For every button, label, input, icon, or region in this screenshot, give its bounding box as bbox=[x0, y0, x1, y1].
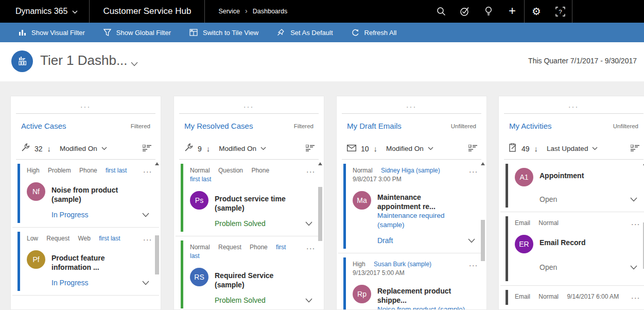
sort-descending-icon[interactable]: ↓ bbox=[206, 144, 211, 153]
stream-view-selector-icon[interactable] bbox=[631, 144, 639, 153]
stream-title[interactable]: Active Cases bbox=[21, 122, 66, 130]
show-visual-filter-button[interactable]: Show Visual Filter bbox=[9, 23, 94, 42]
card-title[interactable]: Required Service (sample) bbox=[215, 268, 303, 289]
card-more-icon[interactable]: ... bbox=[631, 292, 640, 300]
card-expand-chevron-icon[interactable] bbox=[468, 236, 475, 245]
stream-title[interactable]: My Draft Emails bbox=[347, 122, 402, 130]
dashboard-selector-chevron-icon[interactable] bbox=[131, 59, 138, 68]
card-more-icon[interactable]: ... bbox=[306, 243, 316, 250]
card-expand-chevron-icon[interactable] bbox=[630, 195, 637, 204]
card-more-icon[interactable]: ... bbox=[306, 166, 316, 174]
regarding-link[interactable]: Maintenance required (sample) bbox=[377, 211, 466, 230]
case-card[interactable]: Normal Request Phone first last ... RS R… bbox=[174, 236, 324, 310]
customer-link[interactable]: first last bbox=[190, 175, 297, 184]
card-expand-chevron-icon[interactable] bbox=[305, 296, 312, 305]
quick-create-icon[interactable]: + bbox=[500, 0, 524, 22]
case-card[interactable] bbox=[11, 296, 161, 303]
app-title[interactable]: Customer Service Hub bbox=[90, 0, 204, 23]
regarding-link[interactable]: Noise from product (sample) bbox=[377, 305, 466, 310]
status-label[interactable]: Problem Solved bbox=[215, 296, 266, 304]
case-card[interactable]: Low Request Web first last ... Pf Produc… bbox=[11, 228, 161, 295]
breadcrumb-dashboards[interactable]: Dashboards bbox=[253, 8, 287, 15]
settings-gear-icon[interactable]: ⚙ bbox=[525, 0, 548, 23]
card-expand-chevron-icon[interactable] bbox=[630, 263, 637, 272]
stream-more-handle[interactable]: ... bbox=[499, 96, 644, 113]
card-expand-chevron-icon[interactable] bbox=[142, 278, 149, 287]
scrollbar-thumb[interactable] bbox=[318, 187, 322, 241]
status-label[interactable]: Open bbox=[539, 263, 557, 271]
card-more-icon[interactable]: ... bbox=[631, 219, 640, 226]
activity-card[interactable]: A1 Appointment Open bbox=[499, 160, 644, 212]
scrollbar-thumb[interactable] bbox=[481, 220, 485, 261]
sort-field-dropdown[interactable]: Modified On bbox=[60, 145, 107, 152]
card-more-icon[interactable]: ... bbox=[143, 234, 152, 242]
scroll-up-icon[interactable] bbox=[318, 162, 322, 165]
card-title[interactable]: Appointment bbox=[539, 168, 584, 180]
set-as-default-button[interactable]: Set As Default bbox=[268, 23, 342, 42]
sort-field-dropdown[interactable]: Modified On bbox=[386, 145, 433, 152]
card-title[interactable]: Maintenance appointment re... bbox=[377, 193, 466, 211]
status-label[interactable]: In Progress bbox=[51, 211, 89, 219]
status-label[interactable]: Draft bbox=[377, 236, 393, 245]
email-card[interactable]: High Susan Burk (sample) 9/13/2017 5:00 … bbox=[337, 253, 486, 310]
card-title[interactable]: Product service time (sample) bbox=[215, 191, 303, 213]
sort-field-dropdown[interactable]: Last Updated bbox=[547, 145, 598, 152]
card-more-icon[interactable]: ... bbox=[143, 166, 152, 174]
scrollbar-thumb[interactable] bbox=[155, 235, 159, 274]
recipient-link[interactable]: Sidney Higa (sample) bbox=[381, 167, 440, 174]
customer-link[interactable]: first last bbox=[99, 235, 120, 242]
status-label[interactable]: In Progress bbox=[51, 279, 89, 287]
card-expand-chevron-icon[interactable] bbox=[305, 219, 312, 228]
scroll-up-icon[interactable] bbox=[155, 162, 159, 165]
scroll-up-icon[interactable] bbox=[481, 162, 485, 165]
guided-tasks-icon[interactable] bbox=[453, 0, 477, 23]
record-avatar[interactable]: Ma bbox=[353, 191, 371, 210]
record-avatar[interactable]: RS bbox=[190, 268, 208, 286]
activity-card[interactable]: Email Normal 9/14/2017 6:00 AM ... bbox=[499, 286, 644, 309]
customer-link[interactable]: first last bbox=[106, 167, 127, 174]
status-label[interactable]: Open bbox=[539, 195, 557, 203]
activity-card[interactable]: Email Normal ... ER Email Record Open bbox=[499, 212, 644, 285]
stream-more-handle[interactable]: ... bbox=[11, 96, 161, 113]
record-avatar[interactable]: Ps bbox=[190, 191, 208, 210]
dashboard-title[interactable]: Tier 1 Dashb... bbox=[40, 53, 128, 68]
case-card[interactable]: Normal Question Phone first last ... Ps … bbox=[174, 160, 324, 236]
record-avatar[interactable]: A1 bbox=[515, 168, 533, 186]
card-title[interactable]: Email Record bbox=[539, 235, 585, 247]
card-more-icon[interactable]: ... bbox=[469, 166, 478, 174]
stream-more-handle[interactable]: ... bbox=[337, 96, 486, 113]
sort-descending-icon[interactable]: ↓ bbox=[534, 144, 538, 153]
record-avatar[interactable]: Nf bbox=[27, 182, 45, 201]
record-avatar[interactable]: ER bbox=[515, 235, 533, 253]
show-global-filter-button[interactable]: Show Global Filter bbox=[94, 23, 180, 42]
refresh-all-button[interactable]: Refresh All bbox=[342, 23, 406, 42]
switch-to-tile-view-button[interactable]: Switch to Tile View bbox=[180, 23, 268, 42]
card-more-icon[interactable]: ... bbox=[469, 260, 478, 267]
card-title[interactable]: Product feature information ... bbox=[51, 250, 140, 272]
status-label[interactable]: Problem Solved bbox=[215, 219, 266, 228]
recipient-link[interactable]: Susan Burk (sample) bbox=[374, 261, 431, 268]
sort-field-dropdown[interactable]: Modified On bbox=[219, 145, 266, 152]
case-card[interactable]: High Problem Phone first last ... Nf Noi… bbox=[11, 160, 161, 227]
sort-descending-icon[interactable]: ↓ bbox=[47, 144, 51, 153]
stream-title[interactable]: My Resolved Cases bbox=[184, 122, 253, 130]
record-avatar[interactable]: Pf bbox=[27, 250, 45, 269]
card-title[interactable]: Noise from product (sample) bbox=[51, 182, 140, 204]
scrollbar[interactable] bbox=[480, 161, 485, 310]
breadcrumb-service[interactable]: Service bbox=[218, 8, 240, 15]
stream-view-selector-icon[interactable] bbox=[306, 144, 315, 153]
stream-view-selector-icon[interactable] bbox=[143, 144, 151, 153]
stream-more-handle[interactable]: ... bbox=[174, 96, 324, 113]
sort-descending-icon[interactable]: ↓ bbox=[374, 144, 378, 153]
card-title[interactable]: Replacement product shippe... bbox=[377, 286, 466, 305]
record-avatar[interactable]: Rp bbox=[353, 285, 371, 303]
lightbulb-icon[interactable] bbox=[477, 0, 500, 23]
scrollbar[interactable] bbox=[318, 161, 323, 310]
scrollbar[interactable] bbox=[154, 161, 160, 310]
search-icon[interactable] bbox=[429, 0, 453, 23]
stream-title[interactable]: My Activities bbox=[509, 122, 552, 130]
brand-menu[interactable]: Dynamics 365 bbox=[0, 0, 89, 23]
help-icon[interactable]: ? bbox=[548, 0, 572, 23]
stream-view-selector-icon[interactable] bbox=[468, 144, 477, 153]
card-expand-chevron-icon[interactable] bbox=[142, 210, 149, 219]
